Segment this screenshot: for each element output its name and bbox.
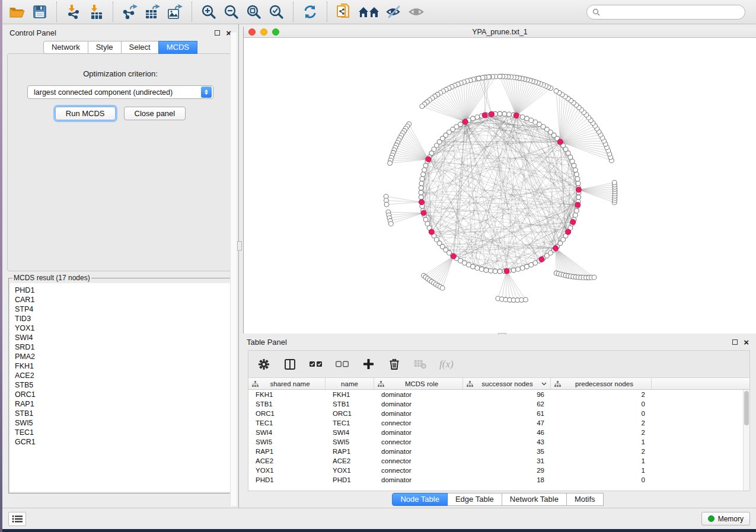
table-tab[interactable]: Network Table	[502, 493, 567, 506]
vertical-splitter[interactable]	[237, 241, 242, 251]
select-all-icon[interactable]	[309, 357, 323, 371]
clone-network-icon[interactable]	[334, 2, 353, 21]
table-panel-title: Table Panel	[247, 338, 287, 347]
zoom-out-icon[interactable]	[222, 2, 241, 21]
mcds-result-item[interactable]: STP4	[15, 305, 231, 314]
home-icon[interactable]	[357, 2, 381, 21]
mcds-result-title: MCDS result (17 nodes)	[12, 274, 91, 282]
network-window-titlebar[interactable]: YPA_prune.txt_1	[244, 27, 756, 38]
show-all-icon[interactable]	[407, 2, 426, 21]
column-header-predecessor-nodes[interactable]: predecessor nodes	[551, 378, 652, 389]
import-table-icon[interactable]	[87, 2, 106, 21]
main-toolbar	[2, 0, 756, 24]
control-panel-tabs: NetworkStyleSelectMCDS	[2, 41, 238, 54]
table-settings-icon[interactable]	[257, 357, 271, 371]
import-network-icon[interactable]	[64, 2, 83, 21]
mcds-result-item[interactable]: RAP1	[15, 399, 231, 409]
table-row[interactable]: FKH1 FKH1 dominator 96 2	[248, 390, 749, 399]
toolbar-separator	[293, 2, 294, 22]
table-row[interactable]: SWI4 SWI4 dominator 46 2	[248, 428, 749, 437]
function-builder-icon: f(x)	[439, 358, 454, 370]
delete-table-icon	[413, 357, 428, 371]
search-input[interactable]	[604, 7, 739, 17]
delete-column-icon[interactable]	[387, 357, 401, 371]
table-row[interactable]: ORC1 ORC1 dominator 61 0	[248, 409, 749, 418]
column-type-icon	[252, 381, 259, 387]
mcds-result-item[interactable]: GCR1	[15, 437, 231, 447]
table-row[interactable]: TEC1 TEC1 connector 47 2	[248, 418, 749, 428]
table-row[interactable]: YOX1 YOX1 connector 29 1	[248, 466, 749, 475]
zoom-in-icon[interactable]	[199, 2, 218, 21]
column-header-name[interactable]: name	[326, 378, 374, 389]
mcds-result-item[interactable]: STB1	[15, 409, 231, 418]
toolbar-separator	[327, 2, 327, 22]
table-row[interactable]: STB1 STB1 dominator 62 0	[248, 399, 749, 409]
mcds-result-item[interactable]: YOX1	[15, 323, 231, 333]
mcds-result-item[interactable]: TID3	[15, 314, 231, 323]
table-tab[interactable]: Motifs	[566, 493, 604, 506]
export-table-icon[interactable]	[143, 2, 162, 21]
toolbar-separator	[192, 2, 192, 22]
hide-selected-icon[interactable]	[384, 2, 403, 21]
network-canvas[interactable]	[244, 38, 756, 334]
toolbar-separator	[56, 2, 57, 22]
list-icon	[12, 515, 23, 523]
column-header-mcds-role[interactable]: MCDS role	[374, 378, 463, 389]
float-panel-icon[interactable]	[732, 339, 738, 345]
open-session-icon[interactable]	[8, 2, 27, 21]
table-tab[interactable]: Edge Table	[447, 493, 502, 506]
mcds-result-item[interactable]: PHD1	[15, 286, 231, 295]
search-field[interactable]	[586, 5, 745, 20]
mcds-result-item[interactable]: TEC1	[15, 428, 231, 437]
column-header-shared-name[interactable]: shared name	[248, 378, 326, 389]
zoom-selected-icon[interactable]	[267, 2, 286, 21]
task-history-button[interactable]	[8, 512, 26, 526]
save-session-icon[interactable]	[30, 2, 49, 21]
add-column-icon[interactable]	[361, 357, 375, 371]
control-panel-tab[interactable]: Select	[121, 41, 159, 54]
run-mcds-button[interactable]: Run MCDS	[55, 107, 116, 120]
memory-button[interactable]: Memory	[701, 512, 750, 525]
close-panel-button[interactable]: Close panel	[124, 107, 186, 120]
mcds-result-list[interactable]: PHD1CAR1STP4TID3YOX1SWI4SRD1PMA2FKH1ACE2…	[10, 283, 231, 492]
scrollbar-thumb[interactable]	[744, 391, 749, 425]
table-header: shared name name MCDS role successor nod…	[248, 378, 749, 390]
table-row[interactable]: PHD1 PHD1 dominator 18 0	[248, 475, 749, 485]
table-columns-icon[interactable]	[283, 357, 297, 371]
table-scrollbar[interactable]	[743, 390, 749, 491]
export-network-icon[interactable]	[120, 2, 139, 21]
table-tab[interactable]: Node Table	[392, 493, 448, 506]
mcds-result-item[interactable]: STB5	[15, 380, 231, 390]
table-row[interactable]: ACE2 ACE2 connector 31 1	[248, 456, 749, 466]
network-window-title: YPA_prune.txt_1	[244, 28, 756, 36]
column-type-icon	[378, 381, 384, 387]
node-table: f(x) shared name name MCDS role	[248, 350, 750, 491]
mcds-result-item[interactable]: FKH1	[15, 361, 231, 371]
close-panel-icon[interactable]: ×	[744, 338, 749, 347]
memory-label: Memory	[718, 515, 744, 523]
table-row[interactable]: SWI5 SWI5 connector 43 1	[248, 437, 749, 447]
mcds-result-item[interactable]: PMA2	[15, 352, 231, 361]
float-panel-icon[interactable]	[215, 30, 220, 36]
mcds-result-item[interactable]: SRD1	[15, 342, 231, 352]
mcds-result-item[interactable]: SWI4	[15, 333, 231, 342]
cytoscape-window: Control Panel × NetworkStyleSelectMCDS O…	[2, 0, 756, 529]
control-panel-tab[interactable]: MCDS	[158, 41, 197, 54]
zoom-fit-icon[interactable]	[244, 2, 263, 21]
toolbar-separator	[113, 2, 113, 22]
mcds-result-item[interactable]: SWI5	[15, 418, 231, 428]
table-row[interactable]: RAP1 RAP1 dominator 35 2	[248, 447, 749, 456]
control-panel-tab[interactable]: Network	[43, 41, 88, 54]
mcds-result-item[interactable]: ACE2	[15, 371, 231, 380]
refresh-layout-icon[interactable]	[301, 2, 320, 21]
column-header-successor-nodes[interactable]: successor nodes	[463, 378, 551, 389]
column-header-filler	[652, 378, 749, 389]
deselect-all-icon[interactable]	[335, 357, 349, 371]
criterion-select[interactable]: largest connected component (undirected)	[27, 85, 213, 99]
export-image-icon[interactable]	[165, 2, 184, 21]
mcds-result-item[interactable]: CAR1	[15, 295, 231, 305]
result-scrollbar[interactable]	[230, 33, 237, 506]
control-panel-tab[interactable]: Style	[88, 41, 122, 54]
mcds-result-item[interactable]: ORC1	[15, 390, 231, 399]
network-view-window: YPA_prune.txt_1	[243, 27, 756, 334]
